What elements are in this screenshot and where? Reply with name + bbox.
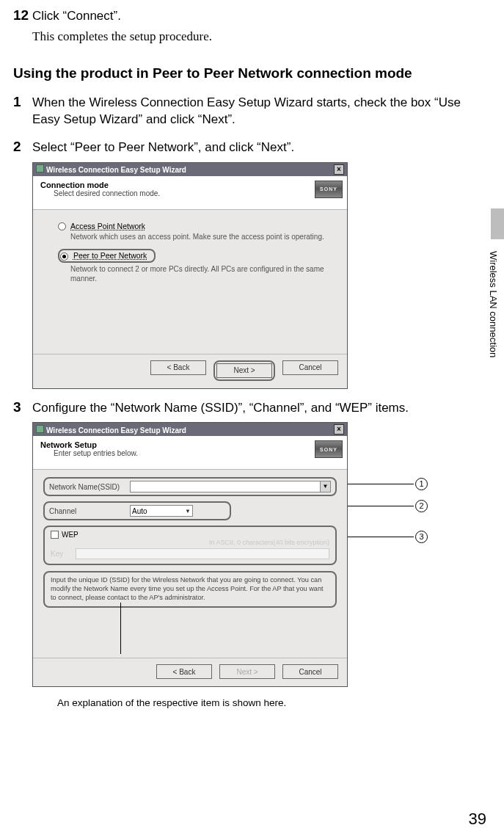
dialog-title-bar: Wireless Connection Easy Setup Wizard × xyxy=(33,423,347,436)
wizard-icon xyxy=(36,425,44,433)
figure-caption: An explanation of the respective item is… xyxy=(57,697,482,708)
peer-to-peer-highlight: Peer to Peer Network xyxy=(58,249,156,263)
info-box: Input the unique ID (SSID) for the Wirel… xyxy=(43,571,337,608)
step-3-text: Configure the “Network Name (SSID)”, “Ch… xyxy=(32,399,409,417)
side-tab: Wireless LAN connection xyxy=(488,220,504,367)
key-input[interactable] xyxy=(76,548,329,559)
channel-field-group: Channel Auto ▼ xyxy=(43,501,231,520)
next-button[interactable]: Next > xyxy=(216,363,272,378)
dialog-subheading: Select desired connection mode. xyxy=(54,189,340,197)
step-number-3: 3 xyxy=(13,399,32,415)
option-peer-to-peer-desc: Network to connect 2 or more PCs directl… xyxy=(70,264,334,283)
sony-logo: SONY xyxy=(315,440,343,458)
figure-2: Wireless Connection Easy Setup Wizard × … xyxy=(32,422,348,687)
back-button[interactable]: < Back xyxy=(156,664,212,679)
step-2-text: Select “Peer to Peer Network”, and click… xyxy=(32,139,294,156)
dialog-subheading: Enter setup entries below. xyxy=(54,449,340,457)
next-button[interactable]: Next > xyxy=(219,664,275,679)
wep-hint: In ASCII, 0 characters(40 bits encryptio… xyxy=(51,539,329,546)
option-access-point-label: Access Point Network xyxy=(70,222,145,230)
radio-peer-to-peer[interactable] xyxy=(60,252,68,261)
ssid-field-group: Network Name(SSID) ▼ xyxy=(43,477,337,496)
option-peer-to-peer-label: Peer to Peer Network xyxy=(73,251,147,260)
cancel-button[interactable]: Cancel xyxy=(282,664,338,679)
wep-label: WEP xyxy=(62,531,78,539)
wizard-dialog-1: Wireless Connection Easy Setup Wizard × … xyxy=(32,162,348,389)
step-number-1: 1 xyxy=(13,94,32,110)
ssid-dropdown-arrow[interactable]: ▼ xyxy=(320,481,330,492)
channel-dropdown[interactable]: Auto ▼ xyxy=(130,505,193,517)
radio-access-point[interactable] xyxy=(58,222,66,230)
step-12-complete-text: This completes the setup procedure. xyxy=(32,29,482,44)
side-tab-label: Wireless LAN connection xyxy=(488,229,499,357)
dialog-heading: Connection mode xyxy=(40,181,340,189)
callout-3: 3 xyxy=(415,531,428,543)
step-1-text: When the Wireless Connection Easy Setup … xyxy=(32,94,482,128)
option-access-point-desc: Network which uses an access point. Make… xyxy=(70,232,334,241)
caption-pointer xyxy=(120,603,121,654)
channel-value: Auto xyxy=(132,507,147,515)
close-icon[interactable]: × xyxy=(334,424,344,435)
step-number-12: 12 xyxy=(13,7,32,23)
callout-1: 1 xyxy=(415,478,428,490)
sony-logo: SONY xyxy=(315,181,343,198)
step-12-text: Click “Connect”. xyxy=(32,7,121,25)
channel-label: Channel xyxy=(49,507,124,515)
key-label: Key xyxy=(51,550,70,558)
wep-field-group: WEP In ASCII, 0 characters(40 bits encry… xyxy=(43,526,337,565)
figure-1: Wireless Connection Easy Setup Wizard × … xyxy=(32,162,348,389)
wep-checkbox[interactable] xyxy=(51,531,59,539)
dialog-title: Wireless Connection Easy Setup Wizard xyxy=(46,426,186,435)
step-number-2: 2 xyxy=(13,139,32,155)
ssid-label: Network Name(SSID) xyxy=(49,483,124,491)
wizard-dialog-2: Wireless Connection Easy Setup Wizard × … xyxy=(32,422,348,687)
callout-2: 2 xyxy=(415,500,428,512)
ssid-input[interactable] xyxy=(131,481,320,492)
chevron-down-icon: ▼ xyxy=(185,508,191,515)
dialog-heading: Network Setup xyxy=(40,440,340,449)
cancel-button[interactable]: Cancel xyxy=(282,360,338,375)
close-icon[interactable]: × xyxy=(334,164,344,175)
back-button[interactable]: < Back xyxy=(150,360,206,375)
wizard-icon xyxy=(36,164,44,172)
page-number: 39 xyxy=(469,810,486,829)
dialog-title: Wireless Connection Easy Setup Wizard xyxy=(46,166,186,174)
section-heading: Using the product in Peer to Peer Networ… xyxy=(13,65,482,82)
dialog-title-bar: Wireless Connection Easy Setup Wizard × xyxy=(33,163,347,176)
side-tab-indicator xyxy=(491,208,504,239)
next-button-highlight: Next > xyxy=(213,360,275,381)
